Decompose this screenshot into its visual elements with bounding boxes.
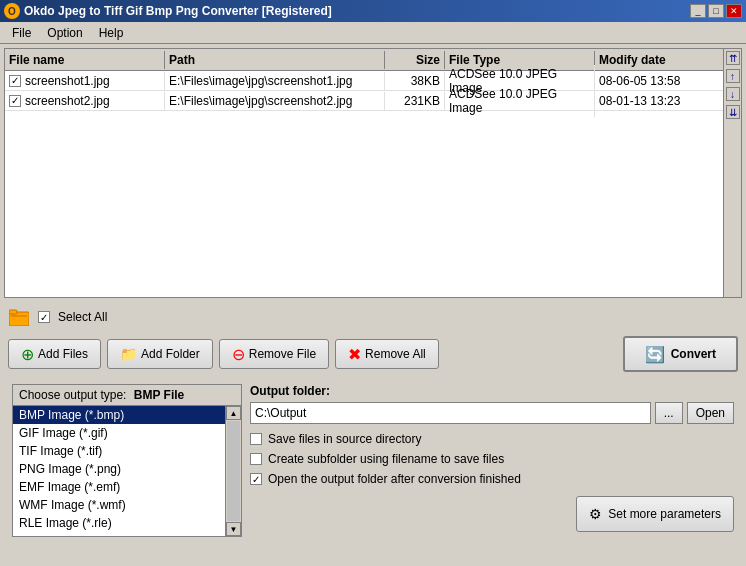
close-button[interactable]: ✕: [726, 4, 742, 18]
open-folder-button[interactable]: Open: [687, 402, 734, 424]
gear-icon: ⚙: [589, 506, 602, 522]
output-type-option[interactable]: PNG Image (*.png): [13, 460, 225, 478]
row-checkbox-1[interactable]: [9, 95, 21, 107]
convert-button[interactable]: 🔄 Convert: [623, 336, 738, 372]
output-settings-panel: Output folder: ... Open Save files in so…: [250, 384, 734, 537]
maximize-button[interactable]: □: [708, 4, 724, 18]
checkbox-label-2: Open the output folder after conversion …: [268, 472, 521, 486]
output-type-option[interactable]: TIF Image (*.tif): [13, 442, 225, 460]
table-row[interactable]: screenshot2.jpg E:\Files\image\jpg\scree…: [5, 91, 723, 111]
convert-icon: 🔄: [645, 345, 665, 364]
minimize-button[interactable]: _: [690, 4, 706, 18]
cell-path-0: E:\Files\image\jpg\screenshot1.jpg: [165, 72, 385, 90]
output-folder-row: ... Open: [250, 402, 734, 424]
output-type-option[interactable]: WMF Image (*.wmf): [13, 496, 225, 514]
scroll-bottom-button[interactable]: ⇊: [726, 105, 740, 119]
list-scroll-up[interactable]: ▲: [226, 406, 241, 420]
output-list-wrapper: BMP Image (*.bmp)GIF Image (*.gif)TIF Im…: [13, 406, 241, 536]
list-scroll-down[interactable]: ▼: [226, 522, 241, 536]
file-list-header: File name Path Size File Type Modify dat…: [5, 49, 723, 71]
file-list: File name Path Size File Type Modify dat…: [5, 49, 723, 297]
cell-date-1: 08-01-13 13:23: [595, 92, 705, 110]
cell-path-1: E:\Files\image\jpg\screenshot2.jpg: [165, 92, 385, 110]
row-checkbox-0[interactable]: [9, 75, 21, 87]
output-type-header: Choose output type: BMP File: [13, 385, 241, 406]
checkbox-row-1: Create subfolder using filename to save …: [250, 452, 734, 466]
header-path: Path: [165, 51, 385, 69]
checkbox-cb1[interactable]: [250, 433, 262, 445]
list-scroll-thumb: [227, 421, 240, 521]
select-bar: Select All: [0, 302, 746, 332]
output-type-option[interactable]: GIF Image (*.gif): [13, 424, 225, 442]
folder-nav-icon[interactable]: [8, 306, 30, 328]
output-folder-input[interactable]: [250, 402, 651, 424]
cell-name-0: screenshot1.jpg: [5, 72, 165, 90]
cell-type-1: ACDSee 10.0 JPEG Image: [445, 85, 595, 117]
cell-date-0: 08-06-05 13:58: [595, 72, 705, 90]
menu-option[interactable]: Option: [39, 24, 90, 42]
browse-button[interactable]: ...: [655, 402, 683, 424]
checkbox-label-0: Save files in source directory: [268, 432, 421, 446]
remove-file-icon: ⊖: [232, 345, 245, 364]
cell-size-1: 231KB: [385, 92, 445, 110]
menu-help[interactable]: Help: [91, 24, 132, 42]
checkboxes-container: Save files in source directory Create su…: [250, 432, 734, 486]
bottom-panel: Choose output type: BMP File BMP Image (…: [4, 380, 742, 541]
header-filename: File name: [5, 51, 165, 69]
file-rows: screenshot1.jpg E:\Files\image\jpg\scree…: [5, 71, 723, 111]
checkbox-row-0: Save files in source directory: [250, 432, 734, 446]
file-list-container: File name Path Size File Type Modify dat…: [4, 48, 742, 298]
remove-all-button[interactable]: ✖ Remove All: [335, 339, 439, 369]
app-icon: O: [4, 3, 20, 19]
scroll-panel: ⇈ ↑ ↓ ⇊: [723, 49, 741, 297]
add-folder-icon: 📁: [120, 346, 137, 362]
select-all-checkbox[interactable]: [38, 311, 50, 323]
add-files-icon: ⊕: [21, 345, 34, 364]
cell-size-0: 38KB: [385, 72, 445, 90]
checkbox-label-1: Create subfolder using filename to save …: [268, 452, 504, 466]
action-bar: ⊕ Add Files 📁 Add Folder ⊖ Remove File ✖…: [0, 332, 746, 376]
scroll-top-button[interactable]: ⇈: [726, 51, 740, 65]
set-params-button[interactable]: ⚙ Set more parameters: [576, 496, 734, 532]
output-type-list[interactable]: BMP Image (*.bmp)GIF Image (*.gif)TIF Im…: [13, 406, 225, 536]
table-row[interactable]: screenshot1.jpg E:\Files\image\jpg\scree…: [5, 71, 723, 91]
menu-bar: File Option Help: [0, 22, 746, 44]
window-controls: _ □ ✕: [690, 4, 742, 18]
app-title: Okdo Jpeg to Tiff Gif Bmp Png Converter …: [24, 4, 332, 18]
header-date: Modify date: [595, 51, 705, 69]
checkbox-cb2[interactable]: [250, 453, 262, 465]
remove-file-button[interactable]: ⊖ Remove File: [219, 339, 329, 369]
output-type-option[interactable]: RLE Image (*.rle): [13, 514, 225, 532]
checkbox-row-2: Open the output folder after conversion …: [250, 472, 734, 486]
scroll-down-button[interactable]: ↓: [726, 87, 740, 101]
output-type-selected: BMP File: [134, 388, 184, 402]
cell-name-1: screenshot2.jpg: [5, 92, 165, 110]
header-size: Size: [385, 51, 445, 69]
title-bar: O Okdo Jpeg to Tiff Gif Bmp Png Converte…: [0, 0, 746, 22]
menu-file[interactable]: File: [4, 24, 39, 42]
output-type-label: Choose output type:: [19, 388, 126, 402]
output-type-panel: Choose output type: BMP File BMP Image (…: [12, 384, 242, 537]
output-type-option[interactable]: EMF Image (*.emf): [13, 478, 225, 496]
remove-all-icon: ✖: [348, 345, 361, 364]
add-files-button[interactable]: ⊕ Add Files: [8, 339, 101, 369]
add-folder-button[interactable]: 📁 Add Folder: [107, 339, 213, 369]
select-all-label: Select All: [58, 310, 107, 324]
list-scrollbar[interactable]: ▲ ▼: [225, 406, 241, 536]
svg-rect-1: [9, 310, 17, 314]
output-type-option[interactable]: BMP Image (*.bmp): [13, 406, 225, 424]
output-folder-label: Output folder:: [250, 384, 734, 398]
scroll-up-button[interactable]: ↑: [726, 69, 740, 83]
checkbox-cb3[interactable]: [250, 473, 262, 485]
